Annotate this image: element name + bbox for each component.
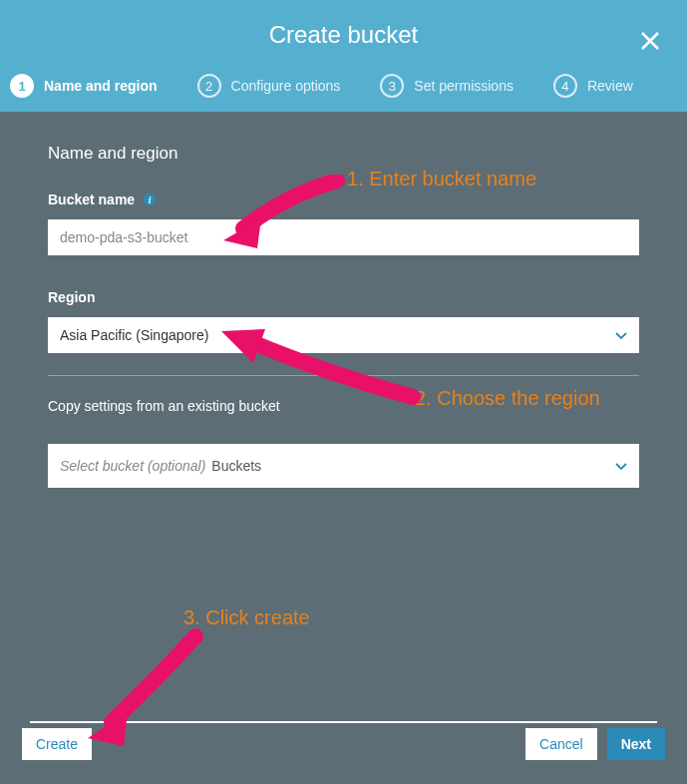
svg-text:i: i (149, 195, 152, 205)
next-button[interactable]: Next (607, 728, 665, 760)
chevron-down-icon (615, 327, 627, 343)
dialog-header: Create bucket (0, 0, 687, 70)
step-label: Review (587, 78, 633, 94)
label-text: Bucket name (48, 192, 135, 207)
wizard-steps: 1 Name and region 2 Configure options 3 … (0, 70, 687, 112)
close-icon (639, 30, 661, 52)
step-label: Set permissions (414, 78, 514, 94)
chevron-down-icon (615, 458, 627, 474)
bucket-name-label: Bucket name i (48, 192, 639, 207)
region-select[interactable]: Asia Pacific (Singapore) (48, 317, 639, 353)
step-number: 1 (10, 74, 34, 98)
dialog-body: Name and region Bucket name i Region Asi… (0, 112, 687, 722)
region-value: Asia Pacific (Singapore) (60, 327, 208, 343)
copy-bucket-placeholder: Select bucket (optional)Buckets (60, 458, 261, 474)
dialog-footer: Create Cancel Next (0, 722, 687, 784)
create-button[interactable]: Create (22, 728, 92, 760)
section-title: Name and region (48, 144, 639, 164)
footer-divider (30, 721, 657, 723)
copy-bucket-select[interactable]: Select bucket (optional)Buckets (48, 444, 639, 488)
step-name-region[interactable]: 1 Name and region (10, 74, 158, 98)
step-review[interactable]: 4 Review (553, 74, 633, 98)
step-number: 2 (197, 74, 221, 98)
dialog-title: Create bucket (269, 21, 418, 49)
step-label: Configure options (231, 78, 341, 94)
info-icon[interactable]: i (143, 193, 157, 206)
close-button[interactable] (637, 28, 663, 54)
step-set-permissions[interactable]: 3 Set permissions (380, 74, 514, 98)
cancel-button[interactable]: Cancel (525, 728, 597, 760)
step-configure-options[interactable]: 2 Configure options (197, 74, 341, 98)
copy-settings-label: Copy settings from an existing bucket (48, 398, 639, 414)
region-label: Region (48, 289, 639, 305)
step-label: Name and region (44, 78, 158, 94)
bucket-name-input[interactable] (48, 219, 639, 255)
step-number: 4 (553, 74, 577, 98)
divider (48, 375, 639, 376)
step-number: 3 (380, 74, 404, 98)
